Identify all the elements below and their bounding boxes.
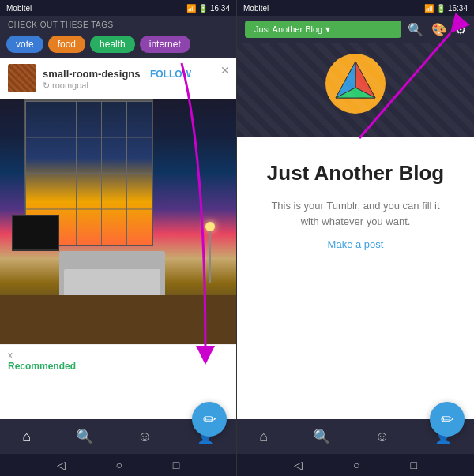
reblog-source: roomgoal [52, 81, 88, 90]
post-info: small-room-designs FOLLOW ↻ roomgoal [43, 66, 228, 91]
left-status-bar: Mobitel 📶 🔋 16:34 [0, 0, 236, 16]
post-username-row: small-room-designs FOLLOW [43, 66, 228, 81]
right-phone: Mobitel 📶 🔋 16:34 Just Another Blog ▾ 🔍 … [237, 0, 474, 476]
post-recommended-label: Recommended [8, 361, 76, 372]
left-carrier: Mobitel [6, 4, 32, 13]
right-status-icons: 📶 🔋 16:34 [424, 4, 468, 13]
blog-logo [324, 52, 387, 115]
home-button[interactable]: ○ [116, 459, 122, 471]
right-carrier: Mobitel [243, 4, 269, 13]
right-time: 16:34 [448, 4, 468, 13]
left-time: 16:34 [210, 4, 230, 13]
tag-health[interactable]: health [90, 36, 135, 53]
svg-point-0 [325, 54, 386, 114]
left-android-nav: ◁ ○ □ [0, 454, 236, 476]
blog-bg-pattern [237, 43, 474, 137]
reblog-icon: ↻ [43, 81, 50, 91]
right-top-bar: Just Another Blog ▾ 🔍 🎨 ⚙ [237, 16, 474, 43]
post-close-button[interactable]: ✕ [220, 64, 230, 77]
right-nav-home[interactable]: ⌂ [259, 429, 268, 445]
tags-row: vote food health internet [0, 32, 236, 58]
palette-icon[interactable]: 🎨 [431, 22, 447, 37]
nav-home[interactable]: ⌂ [22, 429, 31, 445]
svg-marker-1 [336, 62, 375, 98]
right-android-nav: ◁ ○ □ [237, 454, 474, 476]
post-reblog: ↻ roomgoal [43, 81, 228, 91]
post-avatar [8, 64, 36, 92]
right-fab-icon: ✏ [441, 410, 454, 429]
top-icons: 🔍 🎨 ⚙ [408, 22, 466, 37]
right-blog-content: Just Another Blog This is your Tumblr, a… [237, 137, 474, 419]
tags-header: CHECK OUT THESE TAGS [0, 16, 236, 32]
room-tv [12, 215, 59, 252]
recents-button[interactable]: □ [173, 459, 179, 471]
right-nav-search[interactable]: 🔍 [313, 428, 330, 445]
right-status-bar: Mobitel 📶 🔋 16:34 [237, 0, 474, 16]
settings-icon[interactable]: ⚙ [455, 22, 466, 37]
post-header: small-room-designs FOLLOW ↻ roomgoal ✕ [0, 58, 236, 99]
blog-description: This is your Tumblr, and you can fill it… [269, 198, 442, 229]
search-icon[interactable]: 🔍 [408, 22, 423, 37]
room-lamp [203, 222, 217, 295]
post-footer: x Recommended [0, 344, 236, 377]
post-follow-button[interactable]: FOLLOW [150, 69, 191, 80]
nav-activity[interactable]: ☺ [137, 429, 152, 445]
blog-name-dropdown[interactable]: Just Another Blog ▾ [245, 21, 401, 38]
svg-marker-2 [356, 62, 375, 98]
left-status-icons: 📶 🔋 16:34 [186, 4, 230, 13]
make-post-link[interactable]: Make a post [328, 238, 384, 250]
post-image [0, 99, 236, 344]
nav-search[interactable]: 🔍 [76, 428, 93, 445]
post-x-label: x [8, 350, 76, 361]
left-phone: Mobitel 📶 🔋 16:34 CHECK OUT THESE TAGS v… [0, 0, 237, 476]
right-nav-activity[interactable]: ☺ [375, 429, 389, 445]
right-fab-button[interactable]: ✏ [430, 402, 465, 437]
room-sofa [59, 251, 166, 295]
tag-internet[interactable]: internet [140, 36, 190, 53]
right-home-button[interactable]: ○ [353, 459, 359, 471]
tag-food[interactable]: food [48, 36, 85, 53]
tag-vote[interactable]: vote [6, 36, 43, 53]
right-recents-button[interactable]: □ [411, 459, 417, 471]
left-fab-button[interactable]: ✏ [192, 402, 227, 437]
blog-name-text: Just Another Blog [254, 24, 322, 34]
post-username: small-room-designs [43, 68, 141, 80]
blog-title: Just Another Blog [267, 161, 444, 186]
svg-marker-4 [336, 88, 375, 98]
dropdown-icon: ▾ [325, 24, 330, 35]
back-button[interactable]: ◁ [57, 459, 66, 471]
right-back-button[interactable]: ◁ [294, 459, 303, 471]
left-fab-icon: ✏ [203, 410, 216, 429]
room-floor [0, 295, 236, 344]
svg-marker-3 [336, 62, 356, 98]
